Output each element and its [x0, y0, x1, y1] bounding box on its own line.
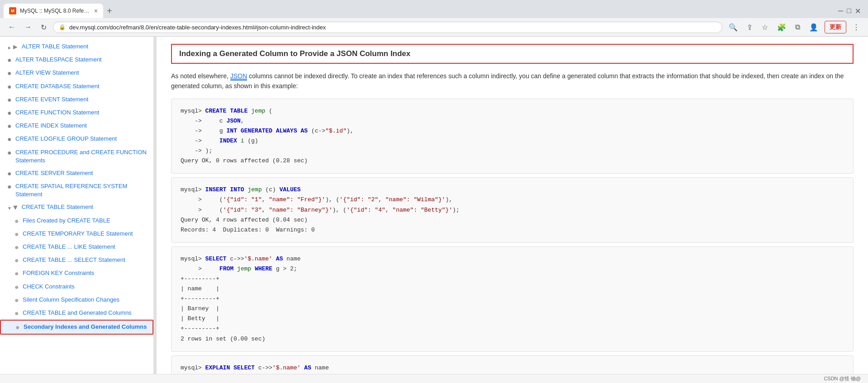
bullet-icon: ● [7, 182, 13, 191]
active-tab[interactable]: M MySQL :: MySQL 8.0 Reference... × [4, 4, 103, 18]
sidebar-item-create-logfile[interactable]: ● CREATE LOGFILE GROUP Statement [0, 132, 153, 146]
star-icon[interactable]: ☆ [759, 21, 771, 33]
sidebar-item-create-table[interactable]: ▼ CREATE TABLE Statement [0, 201, 153, 214]
close-window-button[interactable]: ✕ [855, 7, 861, 15]
sidebar-item-label: ALTER TABLE Statement [22, 43, 148, 51]
tab-close-button[interactable]: × [94, 7, 98, 14]
back-button[interactable]: ← [5, 21, 18, 33]
bullet-icon: ● [14, 296, 20, 304]
sidebar-item-create-index[interactable]: ● CREATE INDEX Statement [0, 119, 153, 132]
sidebar-item-label: CREATE LOGFILE GROUP Statement [15, 135, 148, 143]
bullet-icon: ● [14, 269, 20, 278]
sidebar-item-check-constraints[interactable]: ● CHECK Constraints [0, 280, 153, 293]
address-url: dev.mysql.com/doc/refman/8.0/en/create-t… [69, 24, 716, 31]
browser-controls: ← → ↻ 🔒 dev.mysql.com/doc/refman/8.0/en/… [0, 18, 868, 36]
sidebar-item-create-function[interactable]: ● CREATE FUNCTION Statement [0, 106, 153, 119]
bullet-icon: ● [7, 82, 13, 91]
sidebar-item-label: CREATE FUNCTION Statement [15, 109, 148, 117]
sidebar-item-create-server[interactable]: ● CREATE SERVER Statement [0, 167, 153, 180]
address-bar[interactable]: 🔒 dev.mysql.com/doc/refman/8.0/en/create… [53, 22, 722, 33]
sidebar-item-label: Silent Column Specification Changes [23, 296, 148, 304]
sidebar[interactable]: ► ALTER TABLE Statement ● ALTER TABLESPA… [0, 37, 154, 380]
bullet-icon: ● [14, 243, 20, 251]
bullet-icon: ● [7, 95, 13, 104]
refresh-button[interactable]: ↻ [38, 21, 49, 33]
sidebar-item-create-table-generated[interactable]: ● CREATE TABLE and Generated Columns [0, 307, 153, 320]
bullet-icon: ● [14, 309, 20, 317]
menu-icon[interactable]: ⋮ [850, 21, 863, 33]
code-block-create-table: mysql> CREATE TABLE jemp ( -> c JSON, ->… [171, 99, 854, 174]
sidebar-item-label: ALTER VIEW Statement [15, 69, 148, 77]
bullet-icon: ● [14, 217, 20, 225]
sidebar-item-create-database[interactable]: ● CREATE DATABASE Statement [0, 80, 153, 93]
extensions-icon[interactable]: 🧩 [774, 21, 789, 33]
bullet-icon: ● [7, 148, 13, 157]
bullet-icon: ● [7, 69, 13, 77]
sidebar-item-label: CREATE TABLE and Generated Columns [23, 309, 148, 317]
new-tab-button[interactable]: + [103, 6, 116, 16]
sidebar-item-alter-table[interactable]: ► ALTER TABLE Statement [0, 40, 153, 53]
sidebar-item-create-procedure[interactable]: ● CREATE PROCEDURE and CREATE FUNCTION S… [0, 146, 153, 167]
sidebar-item-create-table-like[interactable]: ● CREATE TABLE ... LIKE Statement [0, 241, 153, 254]
bullet-icon: ● [14, 256, 20, 265]
tab-bar: M MySQL :: MySQL 8.0 Reference... × + ─ … [0, 0, 868, 18]
arrow-icon: ► [7, 43, 19, 51]
bullet-icon: ● [7, 135, 13, 143]
json-link[interactable]: JSON [230, 72, 247, 80]
sidebar-item-create-spatial[interactable]: ● CREATE SPATIAL REFERENCE SYSTEM Statem… [0, 180, 153, 201]
browser-chrome: M MySQL :: MySQL 8.0 Reference... × + ─ … [0, 0, 868, 37]
sidebar-item-files-created[interactable]: ● Files Created by CREATE TABLE [0, 214, 153, 227]
sidebar-item-silent-column[interactable]: ● Silent Column Specification Changes [0, 293, 153, 307]
watermark-text: CSDN @怪 锄@ [824, 375, 861, 380]
sidebar-item-label: Files Created by CREATE TABLE [23, 217, 148, 225]
sidebar-item-label: CREATE DATABASE Statement [15, 82, 148, 90]
section-heading: Indexing a Generated Column to Provide a… [171, 44, 854, 64]
sidebar-item-label: FOREIGN KEY Constraints [23, 269, 148, 277]
sidebar-item-label: CREATE PROCEDURE and CREATE FUNCTION Sta… [15, 148, 148, 165]
sidebar-item-label: CREATE TEMPORARY TABLE Statement [23, 230, 148, 238]
code-block-insert: mysql> INSERT INTO jemp (c) VALUES > ('{… [171, 177, 854, 242]
tab-title: MySQL :: MySQL 8.0 Reference... [20, 8, 91, 14]
sidebar-item-create-event[interactable]: ● CREATE EVENT Statement [0, 93, 153, 106]
content-area[interactable]: Indexing a Generated Column to Provide a… [157, 37, 868, 380]
minimize-button[interactable]: ─ [838, 7, 843, 15]
maximize-button[interactable]: □ [847, 7, 851, 15]
sidebar-item-label: ALTER TABLESPACE Statement [15, 56, 148, 64]
sidebar-item-foreign-key[interactable]: ● FOREIGN KEY Constraints [0, 267, 153, 280]
arrow-icon: ▼ [7, 203, 19, 212]
bullet-icon: ● [14, 283, 20, 291]
tab-favicon: M [9, 7, 16, 14]
update-button[interactable]: 更新 [825, 21, 846, 33]
intro-paragraph: As noted elsewhere, JSON columns cannot … [171, 71, 854, 91]
sidebar-item-label: CHECK Constraints [23, 283, 148, 291]
code-block-select: mysql> SELECT c->>'$.name' AS name > FRO… [171, 246, 854, 352]
sidebar-item-label: CREATE TABLE Statement [22, 203, 148, 211]
sidebar-item-label: CREATE INDEX Statement [15, 122, 148, 130]
sidebar-item-label: Secondary Indexes and Generated Columns [24, 323, 147, 331]
bullet-icon: ● [7, 169, 13, 178]
sidebar-item-label: CREATE SERVER Statement [15, 169, 148, 177]
bullet-icon: ● [7, 109, 13, 117]
bullet-icon: ● [7, 56, 13, 64]
sidebar-item-label: CREATE TABLE ... SELECT Statement [23, 256, 148, 264]
sidebar-item-label: CREATE EVENT Statement [15, 95, 148, 104]
sidebar-item-alter-view[interactable]: ● ALTER VIEW Statement [0, 66, 153, 80]
bullet-icon: ● [15, 323, 21, 331]
split-icon[interactable]: ⧉ [792, 21, 803, 33]
bullet-icon: ● [7, 122, 13, 130]
main-layout: ► ALTER TABLE Statement ● ALTER TABLESPA… [0, 37, 868, 380]
sidebar-item-alter-tablespace[interactable]: ● ALTER TABLESPACE Statement [0, 53, 153, 66]
sidebar-item-create-table-select[interactable]: ● CREATE TABLE ... SELECT Statement [0, 254, 153, 267]
sidebar-item-label: CREATE TABLE ... LIKE Statement [23, 243, 148, 251]
lock-icon: 🔒 [59, 24, 66, 30]
bottom-bar: CSDN @怪 锄@ [0, 374, 868, 380]
browser-actions: 🔍 ⇪ ☆ 🧩 ⧉ 👤 更新 ⋮ [726, 21, 863, 33]
sidebar-item-label: CREATE SPATIAL REFERENCE SYSTEM Statemen… [15, 182, 148, 199]
bullet-icon: ● [14, 230, 20, 238]
profile-icon[interactable]: 👤 [806, 21, 821, 33]
sidebar-item-create-temporary[interactable]: ● CREATE TEMPORARY TABLE Statement [0, 227, 153, 241]
sidebar-item-secondary-indexes[interactable]: ● Secondary Indexes and Generated Column… [0, 320, 153, 335]
share-icon[interactable]: ⇪ [744, 21, 755, 33]
search-icon[interactable]: 🔍 [726, 21, 740, 33]
forward-button[interactable]: → [22, 21, 34, 33]
